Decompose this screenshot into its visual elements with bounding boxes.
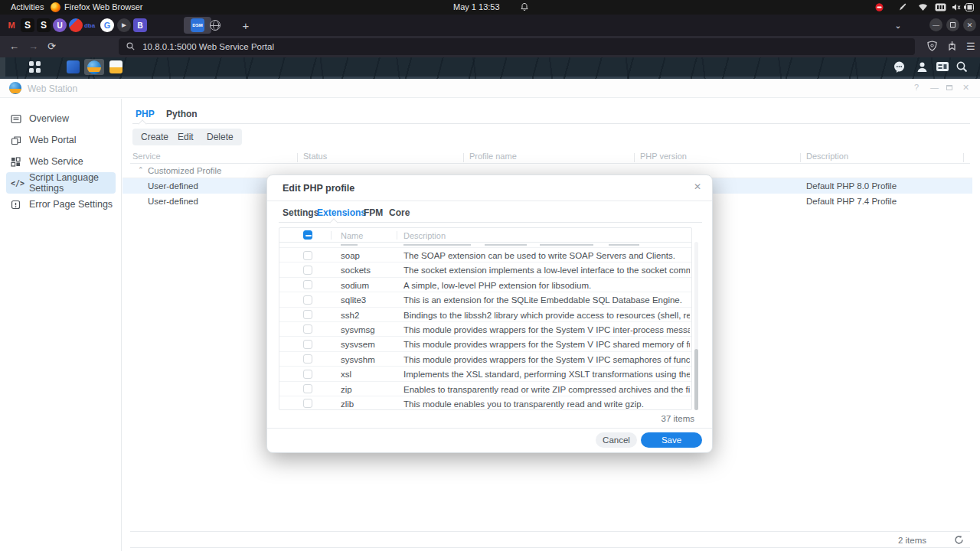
- bottom-divider: [130, 547, 970, 548]
- dialog-tab-extensions[interactable]: Extensions: [317, 207, 366, 218]
- back-button[interactable]: ←: [9, 41, 19, 52]
- globe-tab-icon[interactable]: [208, 18, 222, 32]
- notifications-icon[interactable]: [893, 60, 906, 73]
- col-header-name[interactable]: Name: [341, 231, 363, 240]
- main-menu-icon[interactable]: [29, 61, 41, 73]
- dialog-tab-fpm[interactable]: FPM: [364, 207, 383, 218]
- extension-checkbox[interactable]: [303, 399, 312, 408]
- minimize-button[interactable]: —: [930, 83, 939, 92]
- dba-icon[interactable]: dba: [83, 18, 96, 32]
- google-icon[interactable]: G: [100, 18, 114, 32]
- refresh-icon[interactable]: [954, 535, 964, 545]
- sidebar-item-script-language-settings[interactable]: </> Script Language Settings: [6, 172, 116, 194]
- dialog-tab-settings[interactable]: Settings: [283, 207, 318, 218]
- extension-checkbox[interactable]: [303, 340, 312, 349]
- footer-divider: [130, 531, 970, 532]
- s-app-icon[interactable]: S: [21, 18, 34, 32]
- col-header-status[interactable]: Status: [303, 152, 327, 161]
- collapse-chevron-icon[interactable]: ⌃: [138, 166, 144, 174]
- gmail-icon[interactable]: M: [5, 18, 18, 32]
- close-button[interactable]: ✕: [962, 83, 969, 93]
- col-header-profile-name[interactable]: Profile name: [469, 152, 517, 161]
- extension-row[interactable]: soap The SOAP extension can be used to w…: [279, 248, 691, 262]
- edit-button[interactable]: Edit: [169, 129, 202, 145]
- window-title-bar[interactable]: Web Station ? — ✕: [0, 79, 980, 98]
- col-header-service[interactable]: Service: [132, 152, 161, 161]
- column-divider: [963, 153, 964, 162]
- extension-row[interactable]: sysvsem This module provides wrappers fo…: [279, 337, 691, 351]
- extension-row[interactable]: zlib This module enables you to transpar…: [279, 396, 691, 411]
- extension-row[interactable]: sodium A simple, low-level PHP extension…: [279, 278, 691, 292]
- activities-button[interactable]: Activities: [11, 2, 44, 11]
- new-tab-button[interactable]: +: [239, 18, 253, 32]
- extension-row[interactable]: sqlite3 This is an extension for the SQL…: [279, 292, 691, 307]
- dialog-tab-core[interactable]: Core: [389, 207, 410, 218]
- bitwarden-icon[interactable]: B: [133, 18, 147, 32]
- firefox-nav-toolbar: ← → ⟳ 10.8.0.1:5000 Web Service Portal ☰: [0, 36, 980, 57]
- taskbar-app-webstation[interactable]: [84, 59, 104, 75]
- extension-description: The SOAP extension can be used to write …: [403, 251, 690, 260]
- help-button[interactable]: ?: [914, 83, 919, 92]
- extension-row[interactable]: ssh2 Bindings to the libssh2 library whi…: [279, 308, 691, 322]
- extension-checkbox[interactable]: [303, 324, 312, 334]
- dialog-scrollbar[interactable]: [694, 242, 698, 410]
- unifi-icon[interactable]: U: [53, 18, 67, 32]
- tab-php[interactable]: PHP: [136, 109, 155, 119]
- search-icon[interactable]: [956, 60, 969, 73]
- sidebar-item-web-portal[interactable]: Web Portal: [6, 129, 116, 151]
- extension-checkbox[interactable]: [303, 251, 312, 260]
- player-icon[interactable]: ▶: [117, 18, 131, 32]
- extension-checkbox[interactable]: [303, 384, 312, 393]
- extension-row[interactable]: xsl Implements the XSL standard, perform…: [279, 367, 691, 381]
- menu-hamburger-icon[interactable]: ☰: [966, 41, 975, 52]
- extension-checkbox[interactable]: [303, 280, 312, 289]
- maximize-button[interactable]: [946, 83, 952, 92]
- save-button[interactable]: Save: [641, 432, 702, 448]
- select-all-checkbox[interactable]: [303, 230, 312, 240]
- url-bar[interactable]: 10.8.0.1:5000 Web Service Portal: [119, 38, 915, 55]
- taskbar-app-3[interactable]: [106, 59, 126, 75]
- save-page-icon[interactable]: [947, 41, 957, 51]
- taskbar-app-1[interactable]: [63, 59, 83, 75]
- tab-overflow-chevron-icon[interactable]: ⌄: [891, 18, 905, 32]
- column-divider: [800, 153, 801, 162]
- dsm-tab-icon[interactable]: DSM: [191, 18, 204, 32]
- extension-checkbox[interactable]: [303, 354, 312, 364]
- user-account-icon[interactable]: [916, 60, 929, 73]
- clock[interactable]: May 1 13:53: [453, 2, 500, 11]
- col-header-description[interactable]: Description: [806, 152, 848, 161]
- col-header-description[interactable]: Description: [403, 231, 446, 240]
- extension-row[interactable]: sockets The socket extension implements …: [279, 262, 691, 277]
- sidebar-item-overview[interactable]: Overview: [6, 108, 116, 129]
- forward-button[interactable]: →: [28, 41, 38, 52]
- extension-row[interactable]: sysvshm This module provides wrappers fo…: [279, 352, 691, 367]
- clipped-row: [279, 243, 691, 248]
- extension-name: ssh2: [341, 311, 359, 320]
- extension-checkbox[interactable]: [303, 295, 312, 305]
- extension-checkbox[interactable]: [303, 266, 312, 275]
- tracking-shield-icon[interactable]: [927, 41, 937, 51]
- scrollbar-thumb[interactable]: [694, 349, 698, 410]
- dialog-tab-caret: [329, 218, 338, 227]
- extension-checkbox[interactable]: [303, 310, 312, 319]
- s-app-icon-2[interactable]: S: [37, 18, 51, 32]
- reload-button[interactable]: ⟳: [47, 41, 56, 52]
- sidebar-item-web-service[interactable]: Web Service: [6, 151, 116, 172]
- media-icon[interactable]: [69, 18, 83, 32]
- delete-button[interactable]: Delete: [198, 129, 242, 145]
- col-header-php-version[interactable]: PHP version: [640, 152, 687, 161]
- extension-checkbox[interactable]: [303, 370, 312, 379]
- keyboard-indicator-icon: [935, 3, 946, 11]
- show-desktop-button[interactable]: [0, 57, 5, 77]
- cancel-button[interactable]: Cancel: [596, 432, 637, 448]
- restore-glyph: [950, 22, 956, 28]
- sidebar-item-error-page-settings[interactable]: Error Page Settings: [6, 194, 116, 215]
- tab-python[interactable]: Python: [166, 109, 198, 119]
- window-minimize-button[interactable]: —: [929, 18, 942, 31]
- extension-row[interactable]: zip Enables to transparently read or wri…: [279, 382, 691, 396]
- window-close-button[interactable]: ✕: [963, 18, 976, 31]
- extension-row[interactable]: sysvmsg This module provides wrappers fo…: [279, 322, 691, 337]
- dialog-close-icon[interactable]: ✕: [694, 181, 701, 192]
- widgets-icon[interactable]: [936, 60, 949, 73]
- window-restore-button[interactable]: [946, 18, 959, 31]
